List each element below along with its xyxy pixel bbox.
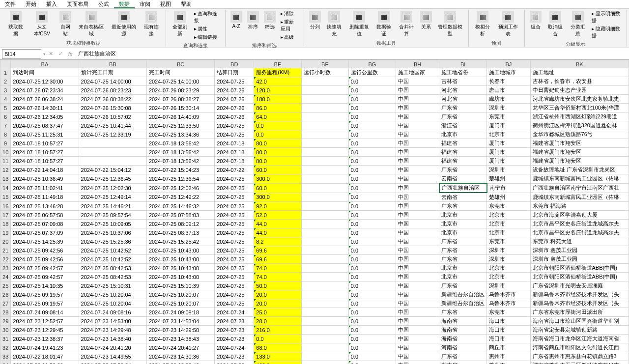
- cell-BE30[interactable]: 216.0: [254, 326, 301, 335]
- cell-BA7[interactable]: 2024-07-25 08:37:47: [11, 121, 79, 130]
- accept-formula-icon[interactable]: ✓: [56, 51, 65, 57]
- cell-BF33[interactable]: [301, 352, 348, 361]
- cell-BA15[interactable]: 2024-07-25 11:49:18: [11, 193, 79, 202]
- rowhead-27[interactable]: 27: [0, 299, 11, 308]
- fx-icon[interactable]: fx: [65, 51, 75, 57]
- colhead-BF[interactable]: BF: [301, 60, 348, 68]
- cell-BG21[interactable]: 0.0: [348, 246, 396, 255]
- cell-BH20[interactable]: 中国: [396, 237, 439, 246]
- cell-BE27[interactable]: 20.0: [254, 299, 301, 308]
- cell-BE4[interactable]: 180.0: [254, 95, 301, 104]
- cell-BK12[interactable]: 设备故障地址 广东省深圳市龙岗区: [530, 166, 629, 174]
- cell-BJ22[interactable]: 深圳市: [487, 255, 530, 264]
- cell-BJ6[interactable]: 东莞市: [487, 112, 530, 121]
- cell-BF11[interactable]: [301, 157, 348, 166]
- cell-BE19[interactable]: 44.0: [254, 228, 301, 237]
- cell-BF5[interactable]: [301, 104, 348, 112]
- cell-BB20[interactable]: 2024-07-25 15:25:36: [79, 237, 146, 246]
- rowhead-13[interactable]: 13: [0, 174, 11, 184]
- cell-BB29[interactable]: 2024-07-23 14:53:00: [79, 317, 146, 326]
- cell-BA33[interactable]: 2024-07-22 18:01:47: [11, 352, 79, 361]
- cell-BF28[interactable]: [301, 308, 348, 317]
- cell-BK6[interactable]: 浙江省杭州市西湖区灯彩街229巷道: [530, 112, 629, 121]
- cell-BE10[interactable]: 80.0: [254, 148, 301, 157]
- cell-BK32[interactable]: 河南省商丘市睢阳区文化街道长江西: [530, 343, 629, 352]
- cell-BD14[interactable]: 2024-07-25: [215, 183, 254, 193]
- cell-BC20[interactable]: 2024-07-25 15:25:42: [146, 237, 214, 246]
- cell-BK18[interactable]: 北京市昌平区史各庄街道龙城高尔夫: [530, 220, 629, 228]
- cell-BA24[interactable]: 2024-07-25 09:42:57: [11, 273, 79, 281]
- cell-BB21[interactable]: 2024-07-25 10:42:52: [79, 246, 146, 255]
- cell-BJ2[interactable]: 长春市: [487, 77, 530, 86]
- cell-BA9[interactable]: 2024-07-18 10:57:27: [11, 139, 79, 148]
- cell-BE17[interactable]: 52.0: [254, 211, 301, 220]
- cell-BI5[interactable]: 广东省: [439, 104, 487, 112]
- rowhead-14[interactable]: 14: [0, 183, 11, 193]
- cell-BD18[interactable]: 2024-07-25: [215, 220, 254, 228]
- cell-BJ17[interactable]: 北京市: [487, 211, 530, 220]
- cell-BB30[interactable]: 2024-07-23 14:29:48: [79, 326, 146, 335]
- cell-BC34[interactable]: 2024-07-22 13:52:42: [146, 361, 214, 364]
- cell-BD34[interactable]: 2024-07-22: [215, 361, 254, 364]
- cell-BG10[interactable]: 0.0: [348, 148, 396, 157]
- cell-BH22[interactable]: 中国: [396, 255, 439, 264]
- cell-BD4[interactable]: 2024-07-26: [215, 95, 254, 104]
- cell-BI29[interactable]: 海南省: [439, 317, 487, 326]
- cell-BG29[interactable]: 0.0: [348, 317, 396, 326]
- cell-BE25[interactable]: 50.0: [254, 281, 301, 290]
- ribbon-筛选[interactable]: ▦筛选: [262, 10, 278, 31]
- cell-BB28[interactable]: 2024-07-24 09:08:16: [79, 308, 146, 317]
- cell-BH32[interactable]: 中国: [396, 343, 439, 352]
- cell-BI4[interactable]: 河北省: [439, 95, 487, 104]
- cell-BI3[interactable]: 河北省: [439, 86, 487, 95]
- cell-BI12[interactable]: 广东省: [439, 166, 487, 174]
- ribbon-获取数据[interactable]: ▦获取数据: [5, 10, 27, 38]
- cell-BG6[interactable]: 0.0: [348, 112, 396, 121]
- cell-BF26[interactable]: [301, 290, 348, 299]
- cell-BH21[interactable]: 中国: [396, 246, 439, 255]
- cell-BF19[interactable]: [301, 228, 348, 237]
- cell-BB10[interactable]: [79, 148, 146, 157]
- ribbon-隐藏明细数据[interactable]: ▸ 隐藏明细数据: [590, 25, 624, 40]
- cell-BD32[interactable]: 2024-07-24: [215, 343, 254, 352]
- cell-BI17[interactable]: 北京市: [439, 211, 487, 220]
- cell-BD25[interactable]: 2024-07-25: [215, 281, 254, 290]
- cell-BE2[interactable]: 42.0: [254, 77, 301, 86]
- cell-BB14[interactable]: 2024-07-25 12:02:30: [79, 183, 146, 193]
- spreadsheet-grid[interactable]: BABBBCBDBEBFBGBHBIBJBK 1到达时间预计完工日期完工时间结算…: [0, 60, 629, 364]
- cell-BB31[interactable]: 2024-07-23 14:38:40: [79, 335, 146, 343]
- colhead-BC[interactable]: BC: [146, 60, 214, 68]
- cell-BI15[interactable]: 云南省: [439, 193, 487, 202]
- cell-BA6[interactable]: 2024-07-26 12:34:05: [11, 112, 79, 121]
- cell-BF29[interactable]: [301, 317, 348, 326]
- cell-BH16[interactable]: 中国: [396, 202, 439, 211]
- cell-BC13[interactable]: 2024-07-25 12:36:54: [146, 174, 214, 184]
- rowhead-30[interactable]: 30: [0, 326, 11, 335]
- cell-BH5[interactable]: 中国: [396, 104, 439, 112]
- rowhead-8[interactable]: 8: [0, 130, 11, 139]
- cell-BI28[interactable]: 广东省: [439, 308, 487, 317]
- cell-BG22[interactable]: 0.0: [348, 255, 396, 264]
- cell-BH29[interactable]: 中国: [396, 317, 439, 326]
- cell-BC8[interactable]: 2024-07-25 13:34:36: [146, 130, 214, 139]
- cell-BJ28[interactable]: 东莞市: [487, 308, 530, 317]
- cell-BI1[interactable]: 施工地省份: [439, 68, 487, 77]
- cell-BA13[interactable]: 2024-07-25 10:36:49: [11, 174, 79, 184]
- cell-BG23[interactable]: 0.0: [348, 264, 396, 273]
- rowhead-12[interactable]: 12: [0, 166, 11, 174]
- cell-BK27[interactable]: 新疆乌鲁木齐市经济技术开发区（头: [530, 299, 629, 308]
- cell-BJ27[interactable]: 乌鲁木齐市: [487, 299, 530, 308]
- cell-BA12[interactable]: 2024-07-22 14:04:18: [11, 166, 79, 174]
- cell-BJ9[interactable]: 厦门市: [487, 139, 530, 148]
- ribbon-管理数据模型[interactable]: ▦管理数据模型: [435, 10, 465, 38]
- cell-BH7[interactable]: 中国: [396, 121, 439, 130]
- cell-BF13[interactable]: [301, 174, 348, 184]
- ribbon-最近使用的源[interactable]: ▦最近使用的源: [109, 10, 140, 38]
- cell-BB8[interactable]: 2024-07-25 12:33:19: [79, 130, 146, 139]
- menu-数据[interactable]: 数据: [114, 0, 135, 8]
- cell-BC6[interactable]: 2024-07-26 14:40:09: [146, 112, 214, 121]
- menu-页面布局[interactable]: 页面布局: [62, 0, 93, 8]
- cell-BD27[interactable]: 2024-07-25: [215, 299, 254, 308]
- cell-BG5[interactable]: 0.0: [348, 104, 396, 112]
- cell-BA34[interactable]: 2024-07-22 11:52:38: [11, 361, 79, 364]
